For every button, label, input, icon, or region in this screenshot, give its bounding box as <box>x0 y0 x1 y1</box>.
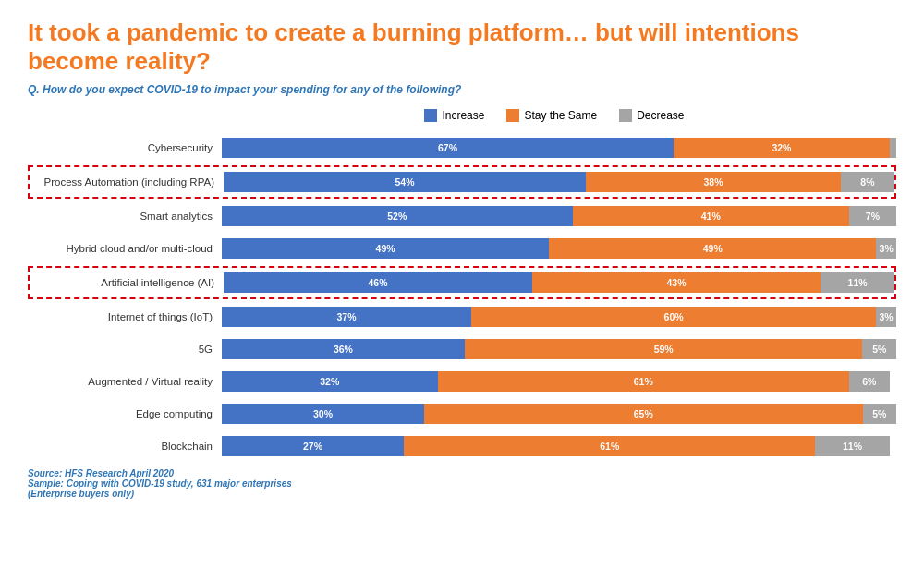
bar-decrease-7: 6% <box>849 371 890 392</box>
legend: Increase Stay the Same Decrease <box>213 109 896 122</box>
bar-container-3: 49%49%3% <box>222 238 896 259</box>
bar-decrease-2: 7% <box>849 206 896 226</box>
footer-line1: Source: HFS Research April 2020 <box>28 468 896 478</box>
row-label-3: Hybrid cloud and/or multi-cloud <box>28 243 222 254</box>
bar-increase-8: 30% <box>222 404 424 424</box>
bar-increase-4: 46% <box>224 272 532 293</box>
bar-stay-1: 38% <box>586 172 841 192</box>
footer-line2: Sample: Coping with COVID-19 study, 631 … <box>28 478 896 489</box>
chart-row-wrapper-1: Process Automation (including RPA)54%38%… <box>28 165 896 199</box>
bar-increase-7: 32% <box>222 371 438 392</box>
row-label-0: Cybersecurity <box>28 142 222 153</box>
footer: Source: HFS Research April 2020 Sample: … <box>28 468 896 499</box>
bar-decrease-4: 11% <box>821 272 894 293</box>
bar-increase-0: 67% <box>222 138 674 158</box>
bar-container-5: 37%60%3% <box>222 307 896 327</box>
chart-area: Cybersecurity67%32%Process Automation (i… <box>28 133 896 461</box>
chart-row-2: Smart analytics52%41%7% <box>28 202 896 230</box>
chart-row-wrapper-9: Blockchain27%61%11% <box>28 431 896 461</box>
bar-container-0: 67%32% <box>222 138 896 158</box>
bar-increase-6: 36% <box>222 339 465 359</box>
legend-stay-box <box>506 109 519 122</box>
chart-row-1: Process Automation (including RPA)54%38%… <box>30 168 894 196</box>
bar-container-4: 46%43%11% <box>224 272 894 293</box>
bar-decrease-8: 5% <box>863 404 897 424</box>
footer-line3: (Enterprise buyers only) <box>28 489 896 499</box>
bar-container-1: 54%38%8% <box>224 172 894 192</box>
chart-row-0: Cybersecurity67%32% <box>28 134 896 162</box>
chart-row-wrapper-0: Cybersecurity67%32% <box>28 133 896 163</box>
chart-row-wrapper-6: 5G36%59%5% <box>28 334 896 364</box>
chart-row-wrapper-4: Artificial intelligence (AI)46%43%11% <box>28 266 896 299</box>
bar-container-2: 52%41%7% <box>222 206 896 226</box>
legend-increase: Increase <box>424 109 484 122</box>
bar-stay-7: 61% <box>438 371 849 392</box>
bar-stay-9: 61% <box>404 436 815 456</box>
bar-decrease-0 <box>890 138 896 158</box>
main-title: It took a pandemic to create a burning p… <box>28 18 896 76</box>
bar-increase-2: 52% <box>222 206 573 226</box>
bar-decrease-6: 5% <box>862 339 896 359</box>
legend-increase-label: Increase <box>442 109 484 122</box>
legend-decrease-box <box>619 109 632 122</box>
bar-stay-3: 49% <box>549 238 876 259</box>
row-label-9: Blockchain <box>28 441 222 452</box>
bar-stay-4: 43% <box>532 272 821 293</box>
bar-decrease-1: 8% <box>841 172 894 192</box>
chart-row-5: Internet of things (IoT)37%60%3% <box>28 303 896 331</box>
bar-stay-2: 41% <box>573 206 849 226</box>
legend-increase-box <box>424 109 437 122</box>
bar-stay-8: 65% <box>424 404 863 424</box>
chart-row-4: Artificial intelligence (AI)46%43%11% <box>30 269 894 297</box>
bar-decrease-5: 3% <box>876 307 896 327</box>
bar-container-9: 27%61%11% <box>222 436 896 456</box>
chart-row-9: Blockchain27%61%11% <box>28 432 896 460</box>
chart-row-wrapper-5: Internet of things (IoT)37%60%3% <box>28 302 896 332</box>
chart-row-wrapper-7: Augmented / Virtual reality32%61%6% <box>28 367 896 396</box>
bar-container-6: 36%59%5% <box>222 339 896 359</box>
bar-decrease-3: 3% <box>876 238 896 259</box>
bar-increase-3: 49% <box>222 238 549 259</box>
row-label-8: Edge computing <box>28 408 222 419</box>
legend-stay-label: Stay the Same <box>524 109 597 122</box>
bar-increase-9: 27% <box>222 436 404 456</box>
chart-row-7: Augmented / Virtual reality32%61%6% <box>28 368 896 395</box>
row-label-5: Internet of things (IoT) <box>28 311 222 322</box>
bar-increase-5: 37% <box>222 307 471 327</box>
chart-row-3: Hybrid cloud and/or multi-cloud49%49%3% <box>28 235 896 262</box>
chart-row-8: Edge computing30%65%5% <box>28 400 896 428</box>
bar-increase-1: 54% <box>224 172 586 192</box>
subtitle: Q. How do you expect COVID-19 to impact … <box>28 83 896 96</box>
row-label-4: Artificial intelligence (AI) <box>30 277 224 288</box>
legend-decrease-label: Decrease <box>637 109 684 122</box>
chart-row-wrapper-3: Hybrid cloud and/or multi-cloud49%49%3% <box>28 234 896 263</box>
bar-stay-6: 59% <box>465 339 863 359</box>
bar-container-8: 30%65%5% <box>222 404 896 424</box>
row-label-2: Smart analytics <box>28 211 222 222</box>
row-label-1: Process Automation (including RPA) <box>30 176 224 188</box>
bar-stay-0: 32% <box>674 138 890 158</box>
chart-row-6: 5G36%59%5% <box>28 335 896 363</box>
bar-decrease-9: 11% <box>815 436 889 456</box>
row-label-6: 5G <box>28 344 222 355</box>
legend-decrease: Decrease <box>619 109 684 122</box>
bar-stay-5: 60% <box>471 307 876 327</box>
bar-container-7: 32%61%6% <box>222 371 896 392</box>
chart-row-wrapper-8: Edge computing30%65%5% <box>28 399 896 429</box>
chart-row-wrapper-2: Smart analytics52%41%7% <box>28 201 896 231</box>
legend-stay: Stay the Same <box>506 109 597 122</box>
row-label-7: Augmented / Virtual reality <box>28 376 222 387</box>
